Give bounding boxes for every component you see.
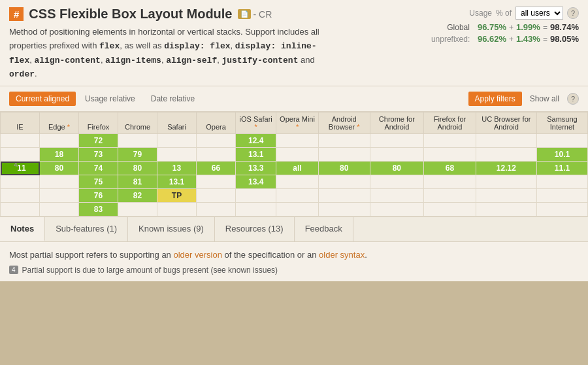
table-cell	[370, 175, 424, 189]
table-cell: 80	[40, 162, 79, 175]
unprefixed-label: unprefixed:	[431, 35, 470, 44]
table-cell	[40, 134, 79, 148]
cr-badge: - CR	[253, 9, 272, 20]
table-cell	[1, 148, 40, 162]
usage-label: Usage % of all users ?	[383, 7, 579, 20]
table-cell	[197, 175, 236, 189]
table-row: 7212.4	[1, 134, 588, 148]
table-cell: 12.4	[236, 134, 276, 148]
description: Method of positioning elements in horizo…	[9, 26, 336, 82]
table-row: 83	[1, 203, 588, 217]
table-cell: all	[276, 162, 318, 175]
table-cell: 66	[197, 162, 236, 175]
table-cell: 76	[79, 189, 118, 203]
th-android-browser: Android Browser *	[318, 113, 370, 134]
current-aligned-btn[interactable]: Current aligned	[9, 92, 76, 106]
older-syntax-link[interactable]: older syntax	[319, 250, 365, 260]
table-cell: 13.1	[157, 175, 197, 189]
global-eq: =	[543, 23, 547, 32]
table-cell: 80	[318, 162, 370, 175]
th-samsung: Samsung Internet	[536, 113, 587, 134]
apply-filters-btn[interactable]: Apply filters	[468, 92, 522, 106]
table-cell	[476, 203, 536, 217]
header: # CSS Flexible Box Layout Module 📄 - CR …	[0, 0, 588, 86]
table-cell	[536, 203, 587, 217]
table-cell	[370, 148, 424, 162]
table-cell	[424, 134, 476, 148]
table-cell	[424, 175, 476, 189]
global-usage-row: Global 96.75% + 1.99% = 98.74%	[383, 22, 579, 32]
footnote-badge: 4	[9, 266, 18, 274]
global-num1: 96.75%	[478, 22, 506, 32]
table-container: IE Edge * Firefox Chrome Safari Opera iO…	[0, 112, 588, 217]
table-cell	[197, 148, 236, 162]
table-cell	[40, 203, 79, 217]
table-cell	[424, 148, 476, 162]
usage-relative-btn[interactable]: Usage relative	[78, 92, 142, 106]
tab-feedback[interactable]: Feedback	[295, 217, 353, 241]
tabs-row: Notes Sub-features (1) Known issues (9) …	[0, 217, 588, 242]
table-cell	[276, 203, 318, 217]
table-cell: 12.12	[476, 162, 536, 175]
table-cell: 13	[157, 162, 197, 175]
tab-subfeatures[interactable]: Sub-features (1)	[45, 217, 128, 241]
table-cell: 83	[79, 203, 118, 217]
unprefixed-total: 98.05%	[550, 34, 579, 44]
table-row: 758113.113.4	[1, 175, 588, 189]
th-firefox: Firefox	[79, 113, 118, 134]
tab-known-issues[interactable]: Known issues (9)	[128, 217, 215, 241]
usage-help-btn[interactable]: ?	[567, 7, 579, 19]
usage-text: Usage	[469, 9, 492, 18]
table-cell	[424, 189, 476, 203]
table-cell	[318, 189, 370, 203]
table-cell	[318, 203, 370, 217]
date-relative-btn[interactable]: Date relative	[144, 92, 201, 106]
global-total: 98.74%	[550, 22, 579, 32]
tab-resources[interactable]: Resources (13)	[215, 217, 295, 241]
older-version-link[interactable]: older version	[173, 250, 221, 260]
header-right: Usage % of all users ? Global 96.75% + 1…	[383, 7, 579, 46]
tab-notes[interactable]: Notes	[0, 217, 45, 241]
table-cell	[197, 203, 236, 217]
toolbar: Current aligned Usage relative Date rela…	[0, 86, 588, 112]
footnote-item: 4 Partial support is due to large amount…	[9, 266, 579, 275]
table-cell	[40, 189, 79, 203]
table-cell	[424, 203, 476, 217]
table-cell	[40, 175, 79, 189]
title-row: # CSS Flexible Box Layout Module 📄 - CR	[9, 7, 383, 22]
table-cell: 72	[79, 134, 118, 148]
table-cell: 13.4	[236, 175, 276, 189]
table-cell: 80	[118, 162, 157, 175]
table-cell	[1, 175, 40, 189]
th-opera: Opera	[197, 113, 236, 134]
title-icon: 📄	[238, 9, 251, 19]
compat-table: IE Edge * Firefox Chrome Safari Opera iO…	[0, 112, 588, 217]
notes-section: Most partial support refers to supportin…	[0, 242, 588, 281]
table-cell: 18	[40, 148, 79, 162]
table-cell: 79	[118, 148, 157, 162]
show-all-btn[interactable]: Show all	[525, 92, 564, 106]
table-cell: 10.1	[536, 148, 587, 162]
toolbar-help-btn[interactable]: ?	[567, 93, 579, 105]
table-cell	[157, 148, 197, 162]
notes-main-text: Most partial support refers to supportin…	[9, 249, 579, 262]
table-cell	[370, 134, 424, 148]
global-plus1: +	[509, 23, 514, 32]
table-cell	[276, 134, 318, 148]
table-cell	[318, 175, 370, 189]
table-cell: 73	[79, 148, 118, 162]
th-opera-mini: Opera Mini *	[276, 113, 318, 134]
table-cell	[157, 134, 197, 148]
th-chrome-android: Chrome for Android	[370, 113, 424, 134]
th-chrome: Chrome	[118, 113, 157, 134]
table-row: 411807480136613.3all80806812.1211.1	[1, 162, 588, 175]
table-cell	[318, 134, 370, 148]
table-cell	[157, 203, 197, 217]
table-cell	[476, 175, 536, 189]
table-cell	[1, 134, 40, 148]
table-cell	[1, 203, 40, 217]
table-cell	[276, 175, 318, 189]
percent-of: % of	[496, 9, 512, 18]
user-select[interactable]: all users	[515, 7, 563, 20]
unprefixed-usage-row: unprefixed: 96.62% + 1.43% = 98.05%	[383, 34, 579, 44]
